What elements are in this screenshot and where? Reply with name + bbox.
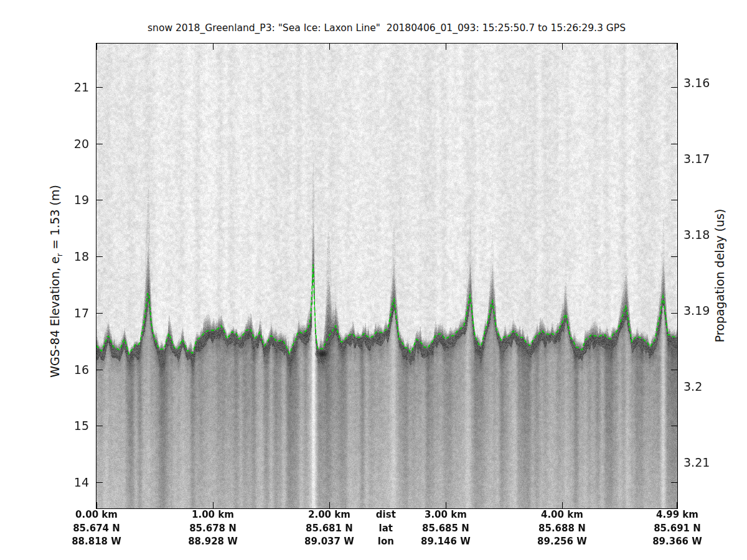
xtick-longitude-label: 89.146 W <box>421 535 471 549</box>
xtick-distance-label: 2.00 km <box>304 508 354 522</box>
left-axis-label-prefix: WGS-84 Elevation, e <box>48 256 62 378</box>
elevation-tick-label: 21 <box>74 79 89 95</box>
delay-tick-label: 3.2 <box>684 378 702 394</box>
xtick-latitude-label: 85.688 N <box>537 522 587 536</box>
figure: snow 2018_Greenland_P3: "Sea Ice: Laxon … <box>0 0 747 560</box>
delay-tick-label: 3.21 <box>684 454 710 470</box>
xtick-longitude-label: 89.037 W <box>304 535 354 549</box>
delay-tick-label: 3.17 <box>684 151 710 167</box>
elevation-tick-label: 20 <box>74 136 89 152</box>
delay-tick-label: 3.16 <box>684 75 710 91</box>
xtick-column: 4.00 km85.688 N89.256 W <box>537 508 587 549</box>
xtick-column: 0.00 km85.674 N88.818 W <box>72 508 121 549</box>
xtick-latitude-label: 85.674 N <box>72 522 121 536</box>
elevation-tick-label: 18 <box>74 248 89 264</box>
xtick-distance-label: 4.00 km <box>537 508 587 522</box>
elevation-tick-label: 15 <box>74 418 89 434</box>
lon-header: lon <box>376 535 396 549</box>
xtick-distance-label: 3.00 km <box>421 508 471 522</box>
left-axis-label-suffix: = 1.53 (m) <box>48 185 62 253</box>
xtick-latitude-label: 85.681 N <box>304 522 354 536</box>
elevation-tick-label: 17 <box>74 305 89 321</box>
xtick-longitude-label: 88.928 W <box>188 535 238 549</box>
xtick-header-column: distlatlon <box>376 508 396 549</box>
xtick-longitude-label: 89.256 W <box>537 535 587 549</box>
elevation-tick-label: 16 <box>74 362 89 378</box>
xtick-column: 2.00 km85.681 N89.037 W <box>304 508 354 549</box>
echogram-canvas <box>96 44 677 508</box>
dist-header: dist <box>376 508 396 522</box>
xtick-latitude-label: 85.691 N <box>652 522 702 536</box>
xtick-latitude-label: 85.678 N <box>188 522 238 536</box>
right-axis-label: Propagation delay (us) <box>713 209 726 343</box>
delay-tick-label: 3.18 <box>684 226 710 243</box>
elevation-tick-label: 14 <box>74 474 89 490</box>
xtick-distance-label: 0.00 km <box>72 508 121 522</box>
left-axis-label-subscript: r <box>55 253 64 256</box>
lat-header: lat <box>376 522 396 536</box>
delay-tick-label: 3.19 <box>684 302 710 319</box>
left-axis-label: WGS-84 Elevation, er = 1.53 (m) <box>48 185 64 378</box>
xtick-column: 4.99 km85.691 N89.366 W <box>652 508 702 549</box>
xtick-column: 3.00 km85.685 N89.146 W <box>421 508 471 549</box>
xtick-column: 1.00 km85.678 N88.928 W <box>188 508 238 549</box>
xtick-distance-label: 1.00 km <box>188 508 238 522</box>
xtick-longitude-label: 88.818 W <box>72 535 121 549</box>
xtick-latitude-label: 85.685 N <box>421 522 471 536</box>
xtick-longitude-label: 89.366 W <box>652 535 702 549</box>
echogram-plot <box>96 43 678 509</box>
xtick-distance-label: 4.99 km <box>652 508 702 522</box>
elevation-tick-label: 19 <box>74 192 89 208</box>
plot-title: snow 2018_Greenland_P3: "Sea Ice: Laxon … <box>148 22 626 34</box>
